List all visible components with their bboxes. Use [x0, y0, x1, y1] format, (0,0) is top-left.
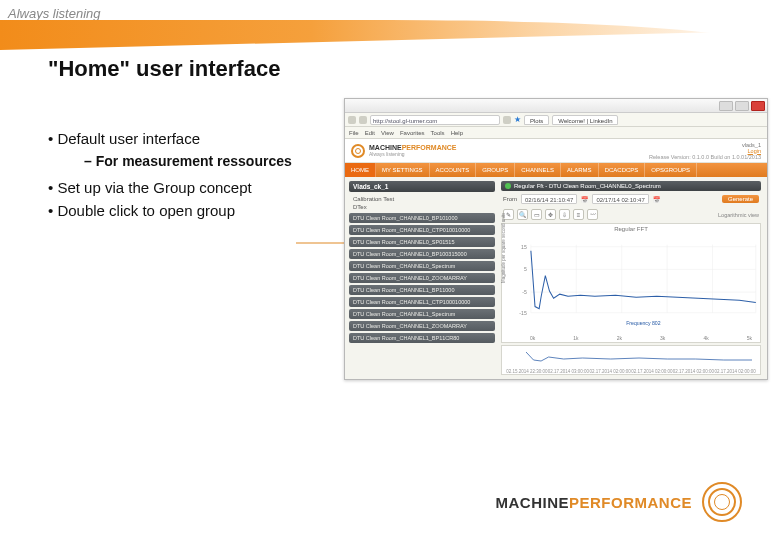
list-item[interactable]: DTU Clean Room_CHANNEL1_CTP100010000 — [349, 297, 495, 307]
svg-text:-15: -15 — [519, 310, 527, 316]
group-sub-2[interactable]: DTex — [349, 203, 495, 211]
menu-edit[interactable]: Edit — [365, 130, 375, 136]
address-bar[interactable]: http://stool.gl-turner.com — [370, 115, 500, 125]
brand-subtitle: Always listening — [369, 151, 457, 157]
list-item[interactable]: DTU Clean Room_CHANNEL1_ZOOMARRAY — [349, 321, 495, 331]
close-button[interactable] — [751, 101, 765, 111]
svg-text:5: 5 — [524, 266, 527, 272]
menu-favorites[interactable]: Favorites — [400, 130, 425, 136]
list-item[interactable]: DTU Clean Room_CHANNEL0_BP101000 — [349, 213, 495, 223]
window-titlebar — [345, 99, 767, 113]
nav-dcacdcps[interactable]: DCACDCPS — [599, 163, 646, 177]
nav-groups[interactable]: GROUPS — [476, 163, 515, 177]
nav-channels[interactable]: CHANNELS — [515, 163, 561, 177]
nav-bar: HOME MY SETTINGS ACCOUNTS GROUPS CHANNEL… — [345, 163, 767, 177]
browser-toolbar: http://stool.gl-turner.com ★ Plots Welco… — [345, 113, 767, 127]
log-view-label[interactable]: Logarithmic view — [718, 212, 759, 218]
footer-logo-icon — [702, 482, 742, 522]
list-item[interactable]: DTU Clean Room_CHANNEL1_BP11CR80 — [349, 333, 495, 343]
tool-select-icon[interactable]: ▭ — [531, 209, 542, 220]
bullet-3: Double click to open group — [48, 202, 348, 219]
chart-toolbar: ✎ 🔍 ▭ ✥ ⇩ ≡ 〰 Logarithmic view — [501, 207, 761, 223]
date-range-bar: From 02/16/14 21:10:47 📅 02/17/14 02:10:… — [501, 191, 761, 207]
tool-legend-icon[interactable]: ≡ — [573, 209, 584, 220]
nav-accounts[interactable]: ACCOUNTS — [430, 163, 477, 177]
list-item[interactable]: DTU Clean Room_CHANNEL1_Spectrum — [349, 309, 495, 319]
tool-line-icon[interactable]: 〰 — [587, 209, 598, 220]
panel-title: Regular Fft - DTU Clean Room_CHANNEL0_Sp… — [501, 181, 761, 191]
svg-text:15: 15 — [521, 244, 527, 250]
group-sub-1[interactable]: Calibration Test — [349, 195, 495, 203]
header-tagline: Always listening — [8, 6, 101, 21]
status-dot-icon — [505, 183, 511, 189]
slide-title: "Home" user interface — [48, 56, 280, 82]
thumbnail-strip[interactable]: 02.15.2014 22:30:0002.17.2014 03:00:0002… — [501, 345, 761, 375]
sidebar: Vlads_ck_1 Calibration Test DTex DTU Cle… — [345, 177, 499, 379]
menu-view[interactable]: View — [381, 130, 394, 136]
main-panel: Regular Fft - DTU Clean Room_CHANNEL0_Sp… — [499, 177, 767, 379]
nav-opsgroups[interactable]: OPSGROUPS — [645, 163, 697, 177]
from-date-input[interactable]: 02/16/14 21:10:47 — [521, 194, 577, 204]
minimize-button[interactable] — [719, 101, 733, 111]
bullet-list: Default user interface For measurement r… — [48, 130, 348, 225]
forward-icon[interactable] — [359, 116, 367, 124]
svg-text:Frequency 802: Frequency 802 — [626, 320, 660, 326]
app-header: MACHINEPERFORMANCE Always listening vlad… — [345, 139, 767, 163]
tool-zoom-icon[interactable]: 🔍 — [517, 209, 528, 220]
group-header[interactable]: Vlads_ck_1 — [349, 181, 495, 192]
from-label: From — [503, 196, 517, 202]
chart-xticks: 0k1k2k3k4k5k — [502, 335, 760, 342]
list-item[interactable]: DTU Clean Room_CHANNEL0_SP01515 — [349, 237, 495, 247]
release-version: Release Version: 0.1.0.0 Build on 1.0.01… — [649, 154, 761, 160]
menu-tools[interactable]: Tools — [431, 130, 445, 136]
browser-menu: File Edit View Favorites Tools Help — [345, 127, 767, 139]
footer-logo: MACHINEPERFORMANCE — [495, 482, 742, 522]
thumb-date-labels: 02.15.2014 22:30:0002.17.2014 03:00:0002… — [502, 369, 760, 374]
maximize-button[interactable] — [735, 101, 749, 111]
footer-brand-1: MACHINE — [495, 494, 569, 511]
nav-mysettings[interactable]: MY SETTINGS — [376, 163, 430, 177]
panel-title-text: Regular Fft - DTU Clean Room_CHANNEL0_Sp… — [514, 183, 661, 189]
menu-help[interactable]: Help — [451, 130, 463, 136]
list-item[interactable]: DTU Clean Room_CHANNEL0_CTP010010000 — [349, 225, 495, 235]
brand-logo-text: MACHINEPERFORMANCE — [369, 144, 457, 151]
list-item[interactable]: DTU Clean Room_CHANNEL0_ZOOMARRAY — [349, 273, 495, 283]
fft-chart[interactable]: Regular FFT Magnitude per square second … — [501, 223, 761, 343]
bullet-2: Set up via the Group concept — [48, 179, 348, 196]
tool-export-icon[interactable]: ⇩ — [559, 209, 570, 220]
brand-logo-icon — [351, 144, 365, 158]
app-screenshot: http://stool.gl-turner.com ★ Plots Welco… — [344, 98, 768, 380]
list-item[interactable]: DTU Clean Room_CHANNEL0_BP100315000 — [349, 249, 495, 259]
nav-alarms[interactable]: ALARMS — [561, 163, 599, 177]
footer-brand-2: PERFORMANCE — [569, 494, 692, 511]
list-item[interactable]: DTU Clean Room_CHANNEL0_Spectrum — [349, 261, 495, 271]
resource-list: DTU Clean Room_CHANNEL0_BP101000 DTU Cle… — [349, 213, 495, 343]
svg-text:-5: -5 — [522, 289, 527, 295]
reload-icon[interactable] — [503, 116, 511, 124]
bullet-1: Default user interface — [48, 130, 348, 147]
menu-file[interactable]: File — [349, 130, 359, 136]
to-date-input[interactable]: 02/17/14 02:10:47 — [592, 194, 648, 204]
generate-button[interactable]: Generate — [722, 195, 759, 203]
tab-plots[interactable]: Plots — [524, 115, 549, 125]
bullet-1-sub: For measurement ressources — [84, 153, 348, 169]
tab-linkedin[interactable]: Welcome! | LinkedIn — [552, 115, 618, 125]
tool-pan-icon[interactable]: ✥ — [545, 209, 556, 220]
star-icon[interactable]: ★ — [514, 115, 521, 124]
nav-home[interactable]: HOME — [345, 163, 376, 177]
list-item[interactable]: DTU Clean Room_CHANNEL1_BP11000 — [349, 285, 495, 295]
back-icon[interactable] — [348, 116, 356, 124]
